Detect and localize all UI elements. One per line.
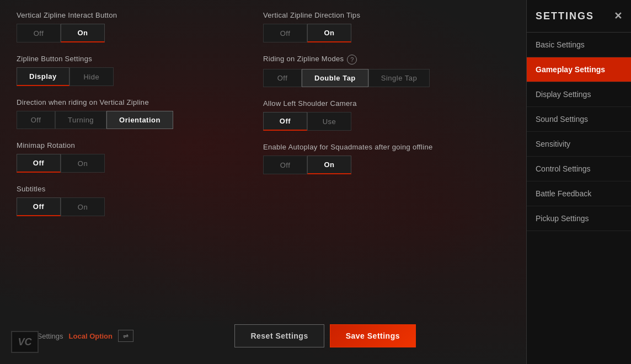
- btn-minimap-rotation-1[interactable]: On: [61, 154, 105, 173]
- sidebar-item-control[interactable]: Control Settings: [527, 157, 631, 181]
- setting-label-direction-riding-zipline: Direction when riding on Vertical Ziplin…: [17, 98, 252, 106]
- sidebar-item-battle[interactable]: Battle Feedback: [527, 181, 631, 206]
- logo-area: VC: [11, 331, 39, 353]
- local-option-label: Local Option: [69, 332, 113, 340]
- reset-button[interactable]: Reset Settings: [234, 324, 324, 347]
- btn-riding-zipline-modes-1[interactable]: Double Tap: [302, 69, 368, 87]
- btn-direction-riding-zipline-1[interactable]: Turning: [55, 111, 106, 129]
- settings-grid: Vertical Zipline Interact ButtonOffOnZip…: [17, 11, 510, 353]
- btn-minimap-rotation-0[interactable]: Off: [17, 154, 61, 173]
- setting-item-enable-autoplay: Enable Autoplay for Squadmates after goi…: [263, 143, 499, 174]
- setting-item-direction-riding-zipline: Direction when riding on Vertical Ziplin…: [17, 98, 252, 129]
- btn-subtitles-1[interactable]: On: [61, 197, 105, 216]
- btn-allow-left-shoulder-0[interactable]: Off: [263, 112, 307, 131]
- btn-direction-riding-zipline-0[interactable]: Off: [17, 111, 55, 129]
- btn-zipline-button-settings-0[interactable]: Display: [17, 67, 69, 86]
- btn-group-subtitles: OffOn: [17, 197, 252, 216]
- btn-group-enable-autoplay: OffOn: [263, 156, 499, 174]
- btn-group-zipline-button-settings: DisplayHide: [17, 67, 252, 86]
- logo: VC: [11, 331, 39, 353]
- sidebar-header: SETTINGS ✕: [527, 0, 631, 33]
- btn-riding-zipline-modes-2[interactable]: Single Tap: [368, 69, 430, 87]
- help-icon-riding-zipline-modes[interactable]: ?: [347, 55, 357, 65]
- btn-group-allow-left-shoulder: OffUse: [263, 112, 499, 131]
- btn-vertical-zipline-direction-1[interactable]: On: [307, 24, 351, 42]
- setting-item-riding-zipline-modes: Riding on Zipline Modes?OffDouble TapSin…: [263, 55, 499, 87]
- setting-label-vertical-zipline-interact: Vertical Zipline Interact Button: [17, 11, 252, 19]
- setting-label-riding-zipline-modes: Riding on Zipline Modes?: [263, 55, 499, 65]
- sidebar: SETTINGS ✕ Basic SettingsGameplay Settin…: [526, 0, 631, 364]
- sidebar-item-display[interactable]: Display Settings: [527, 82, 631, 107]
- bottom-bar: Cloud Settings Local Option ⇌ Reset Sett…: [17, 324, 416, 347]
- sidebar-title: SETTINGS: [536, 10, 594, 22]
- btn-group-minimap-rotation: OffOn: [17, 154, 252, 173]
- setting-item-subtitles: SubtitlesOffOn: [17, 185, 252, 216]
- btn-group-direction-riding-zipline: OffTurningOrientation: [17, 111, 252, 129]
- btn-direction-riding-zipline-2[interactable]: Orientation: [106, 111, 173, 129]
- setting-item-zipline-button-settings: Zipline Button SettingsDisplayHide: [17, 55, 252, 86]
- btn-enable-autoplay-1[interactable]: On: [307, 156, 351, 174]
- setting-label-enable-autoplay: Enable Autoplay for Squadmates after goi…: [263, 143, 499, 151]
- setting-label-zipline-button-settings: Zipline Button Settings: [17, 55, 252, 63]
- setting-label-subtitles: Subtitles: [17, 185, 252, 193]
- setting-item-vertical-zipline-interact: Vertical Zipline Interact ButtonOffOn: [17, 11, 252, 42]
- setting-label-vertical-zipline-direction: Vertical Zipline Direction Tips: [263, 11, 499, 19]
- sidebar-item-pickup[interactable]: Pickup Settings: [527, 206, 631, 231]
- btn-riding-zipline-modes-0[interactable]: Off: [263, 69, 302, 87]
- transfer-icon[interactable]: ⇌: [118, 330, 133, 342]
- setting-item-minimap-rotation: Minimap RotationOffOn: [17, 141, 252, 173]
- main-content: Vertical Zipline Interact ButtonOffOnZip…: [0, 0, 526, 364]
- btn-group-riding-zipline-modes: OffDouble TapSingle Tap: [263, 69, 499, 87]
- left-column: Vertical Zipline Interact ButtonOffOnZip…: [17, 11, 263, 353]
- btn-vertical-zipline-interact-1[interactable]: On: [61, 24, 105, 42]
- setting-item-allow-left-shoulder: Allow Left Shoulder CameraOffUse: [263, 99, 499, 131]
- btn-group-vertical-zipline-direction: OffOn: [263, 24, 499, 42]
- sidebar-item-basic[interactable]: Basic Settings: [527, 33, 631, 57]
- right-column: Vertical Zipline Direction TipsOffOnRidi…: [263, 11, 510, 353]
- btn-vertical-zipline-direction-0[interactable]: Off: [263, 24, 307, 42]
- sidebar-item-gameplay[interactable]: Gameplay Settings: [527, 57, 631, 82]
- btn-enable-autoplay-0[interactable]: Off: [263, 156, 307, 174]
- btn-vertical-zipline-interact-0[interactable]: Off: [17, 24, 61, 42]
- action-buttons: Reset Settings Save Settings: [234, 324, 416, 347]
- setting-label-minimap-rotation: Minimap Rotation: [17, 141, 252, 149]
- sidebar-item-sensitivity[interactable]: Sensitivity: [527, 132, 631, 157]
- btn-allow-left-shoulder-1[interactable]: Use: [307, 112, 351, 131]
- btn-group-vertical-zipline-interact: OffOn: [17, 24, 252, 42]
- close-button[interactable]: ✕: [614, 10, 622, 22]
- btn-subtitles-0[interactable]: Off: [17, 197, 61, 216]
- sidebar-item-sound[interactable]: Sound Settings: [527, 107, 631, 132]
- save-button[interactable]: Save Settings: [330, 324, 416, 347]
- btn-zipline-button-settings-1[interactable]: Hide: [69, 67, 114, 86]
- setting-item-vertical-zipline-direction: Vertical Zipline Direction TipsOffOn: [263, 11, 499, 42]
- setting-label-allow-left-shoulder: Allow Left Shoulder Camera: [263, 99, 499, 108]
